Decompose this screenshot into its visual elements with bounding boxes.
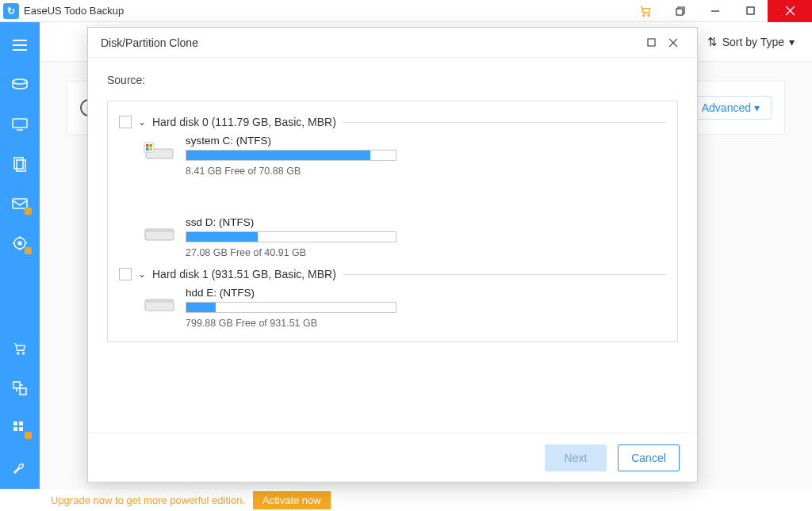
svg-point-0 — [643, 14, 645, 16]
dialog-title: Disk/Partition Clone — [101, 36, 198, 49]
partition-name: ssd D: (NTFS) — [186, 216, 396, 228]
dialog-maximize-button[interactable] — [640, 32, 662, 54]
sort-label: Sort by Type — [722, 36, 784, 48]
tools-icon[interactable] — [11, 459, 29, 476]
smart-backup-icon[interactable] — [11, 235, 29, 252]
chevron-down-icon: ⌄ — [138, 269, 146, 280]
disk-checkbox[interactable] — [119, 268, 132, 280]
app-logo: ↻ — [3, 3, 19, 19]
next-button[interactable]: Next — [545, 444, 607, 471]
usage-bar — [186, 231, 396, 242]
svg-rect-30 — [146, 144, 149, 147]
svg-rect-29 — [144, 143, 154, 152]
grid-icon[interactable] — [11, 419, 29, 437]
partition-row: hdd E: (NTFS)799.88 GB Free of 931.51 GB — [143, 287, 666, 329]
caret-down-icon: ▾ — [789, 36, 795, 48]
dialog-close-button[interactable] — [662, 32, 684, 54]
lock-badge-icon — [25, 432, 32, 439]
system-backup-icon[interactable] — [11, 116, 29, 133]
titlebar: ↻ EaseUS Todo Backup — [0, 0, 812, 22]
partition-free-text: 799.88 GB Free of 931.51 GB — [186, 318, 396, 329]
partition-name: system C: (NTFS) — [186, 135, 396, 147]
svg-rect-4 — [747, 7, 754, 14]
partition-name: hdd E: (NTFS) — [186, 287, 396, 299]
sidebar — [0, 22, 40, 489]
svg-rect-31 — [150, 144, 153, 147]
usage-bar — [186, 150, 396, 161]
caret-down-icon: ▾ — [754, 101, 760, 114]
svg-rect-2 — [676, 9, 683, 15]
hamburger-icon[interactable] — [11, 36, 29, 54]
drive-icon — [143, 292, 176, 315]
disk-backup-icon[interactable] — [11, 76, 29, 93]
promo-bar: Upgrade now to get more powerful edition… — [40, 489, 812, 511]
svg-point-17 — [17, 353, 19, 354]
restore-window-icon[interactable] — [663, 0, 698, 22]
drive-icon — [143, 139, 176, 163]
minimize-button[interactable] — [698, 0, 733, 22]
svg-rect-22 — [19, 421, 23, 425]
svg-rect-19 — [13, 382, 20, 388]
svg-rect-35 — [145, 229, 174, 232]
store-icon[interactable] — [11, 340, 29, 357]
svg-point-18 — [22, 353, 24, 354]
maximize-button[interactable] — [733, 0, 768, 22]
svg-rect-12 — [14, 158, 23, 169]
svg-rect-20 — [20, 388, 26, 395]
svg-rect-25 — [648, 39, 655, 46]
partition-free-text: 8.41 GB Free of 70.88 GB — [186, 166, 396, 177]
svg-rect-33 — [150, 148, 153, 151]
disk-list: ⌄Hard disk 0 (111.79 GB, Basic, MBR)syst… — [107, 101, 678, 342]
svg-rect-13 — [17, 160, 25, 171]
svg-point-1 — [648, 14, 649, 16]
partition-item[interactable]: system C: (NTFS)8.41 GB Free of 70.88 GB — [143, 135, 396, 177]
partition-item[interactable]: ssd D: (NTFS)27.08 GB Free of 40.91 GB — [143, 216, 396, 258]
lock-badge-icon — [25, 208, 32, 215]
chevron-down-icon: ⌄ — [138, 116, 146, 128]
cart-icon[interactable] — [628, 0, 663, 22]
svg-point-16 — [18, 242, 21, 245]
svg-point-10 — [13, 79, 27, 84]
svg-rect-11 — [13, 119, 27, 128]
usage-bar — [186, 302, 396, 313]
mail-backup-icon[interactable] — [11, 195, 29, 212]
dialog-body: Source: ⌄Hard disk 0 (111.79 GB, Basic, … — [88, 58, 697, 433]
svg-rect-37 — [145, 299, 174, 303]
svg-rect-21 — [13, 421, 17, 425]
promo-message: Upgrade now to get more powerful edition… — [51, 494, 245, 506]
activate-button[interactable]: Activate now — [253, 491, 331, 509]
clone-icon[interactable] — [11, 379, 29, 397]
svg-rect-23 — [13, 427, 17, 431]
clone-dialog: Disk/Partition Clone Source: ⌄Hard disk … — [87, 27, 698, 482]
dialog-footer: Next Cancel — [88, 433, 697, 482]
disk-header[interactable]: ⌄Hard disk 0 (111.79 GB, Basic, MBR) — [119, 116, 666, 128]
app-title: EaseUS Todo Backup — [24, 5, 124, 17]
advanced-button[interactable]: Advanced ▾ — [690, 96, 772, 120]
sort-icon: ⇅ — [707, 35, 718, 49]
close-button[interactable] — [768, 0, 812, 22]
source-label: Source: — [107, 74, 678, 86]
dialog-header: Disk/Partition Clone — [88, 28, 697, 58]
disk-header[interactable]: ⌄Hard disk 1 (931.51 GB, Basic, MBR) — [119, 268, 666, 280]
partition-item[interactable]: hdd E: (NTFS)799.88 GB Free of 931.51 GB — [143, 287, 396, 329]
partition-row: system C: (NTFS)8.41 GB Free of 70.88 GB… — [143, 135, 666, 258]
partition-free-text: 27.08 GB Free of 40.91 GB — [186, 247, 396, 258]
lock-badge-icon — [25, 247, 32, 254]
disk-label: Hard disk 1 (931.51 GB, Basic, MBR) — [152, 268, 336, 280]
file-backup-icon[interactable] — [11, 155, 29, 173]
sort-dropdown[interactable]: ⇅ Sort by Type ▾ — [707, 35, 795, 49]
cancel-button[interactable]: Cancel — [618, 444, 680, 471]
svg-rect-32 — [146, 148, 149, 151]
disk-label: Hard disk 0 (111.79 GB, Basic, MBR) — [152, 116, 336, 128]
drive-icon — [143, 221, 176, 245]
svg-rect-24 — [19, 427, 23, 431]
disk-checkbox[interactable] — [119, 116, 132, 128]
